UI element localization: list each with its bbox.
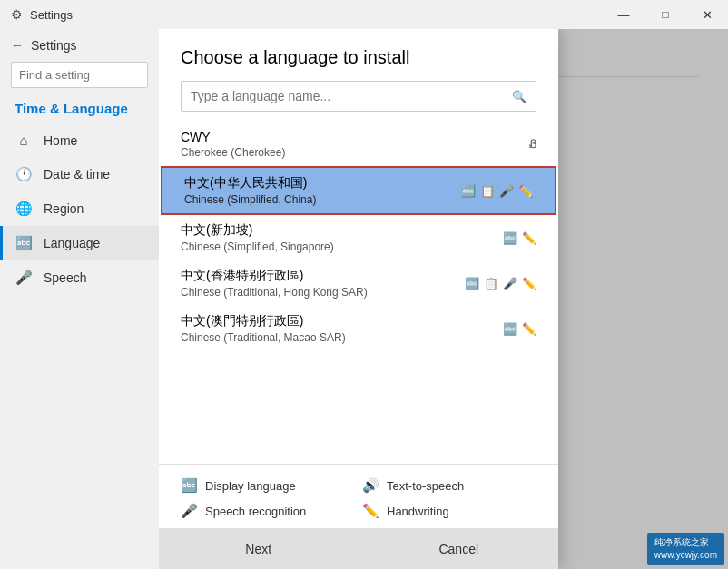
features-section: 🔤 Display language 🔊 Text-to-speech 🎤 Sp… — [159, 464, 558, 528]
sidebar-item-label-date-time: Date & time — [44, 167, 110, 181]
lang-subtitle-zhcn: Chinese (Simplified, China) — [184, 193, 316, 206]
feature-label-display: Display language — [205, 479, 296, 493]
close-button[interactable]: ✕ — [686, 0, 728, 29]
watermark-line1: 纯净系统之家 — [654, 536, 717, 549]
settings-app-icon: ⚙ — [11, 7, 23, 22]
cancel-button[interactable]: Cancel — [359, 529, 559, 569]
list-item[interactable]: 中文(中华人民共和国) Chinese (Simplified, China) … — [161, 166, 556, 215]
text-to-speech-icon: 🔊 — [362, 477, 379, 494]
lang-name-zhsg: 中文(新加坡) — [181, 222, 334, 239]
copy-icon: 📋 — [480, 184, 495, 198]
mic-icon: 🎤 — [499, 184, 514, 198]
lang-subtitle-zhmo: Chinese (Traditional, Macao SAR) — [181, 331, 346, 344]
home-icon: ⌂ — [15, 132, 33, 148]
feature-text-to-speech: 🔊 Text-to-speech — [362, 477, 536, 494]
dialog-search-container[interactable]: 🔍 — [181, 81, 536, 112]
list-item[interactable]: 中文(新加坡) Chinese (Simplified, Singapore) … — [159, 215, 558, 260]
language-icon: 🔤 — [15, 235, 33, 251]
sidebar-item-label-home: Home — [44, 133, 77, 148]
lang-subtitle-zhsg: Chinese (Simplified, Singapore) — [181, 240, 334, 253]
text-icon: 🔤 — [465, 277, 479, 290]
sidebar-item-label-region: Region — [44, 201, 84, 216]
display-language-icon: 🔤 — [181, 477, 198, 494]
search-icon: 🔍 — [512, 90, 526, 103]
minimize-button[interactable]: — — [603, 0, 644, 29]
sidebar-nav-item-speech[interactable]: 🎤 Speech — [0, 260, 159, 295]
watermark-line2: www.ycwjy.com — [654, 549, 717, 562]
feature-label-speech: Speech recognition — [205, 505, 306, 518]
text-icon: Ᏸ — [529, 137, 536, 152]
dialog: Choose a language to install 🔍 CWY Che — [159, 29, 558, 569]
dialog-buttons: Next Cancel — [159, 528, 558, 569]
sidebar-nav-item-region[interactable]: 🌐 Region — [0, 191, 159, 226]
lang-icons-zhmo: 🔤 ✏️ — [503, 322, 536, 336]
text-icon: 🔤 — [461, 184, 476, 198]
pen-icon: ✏️ — [522, 277, 536, 290]
sidebar-item-label-speech: Speech — [44, 270, 86, 285]
speech-recognition-icon: 🎤 — [181, 503, 198, 519]
lang-subtitle-zhhk: Chinese (Traditional, Hong Kong SAR) — [181, 286, 368, 299]
maximize-button[interactable]: □ — [644, 0, 686, 29]
lang-icons-zhhk: 🔤 📋 🎤 ✏️ — [465, 277, 536, 290]
feature-speech-recognition: 🎤 Speech recognition — [181, 503, 355, 519]
main-content: r will appear in this anguage in the lis… — [159, 29, 728, 569]
window-controls: — □ ✕ — [603, 0, 728, 29]
modal-overlay: Choose a language to install 🔍 CWY Che — [159, 29, 728, 569]
text-icon: 🔤 — [503, 231, 517, 245]
sidebar-nav-item-home[interactable]: ⌂ Home — [0, 123, 159, 157]
lang-name-zhmo: 中文(澳門特别行政區) — [181, 313, 346, 329]
lang-icons-cwy: Ᏸ — [529, 137, 536, 152]
back-icon: ← — [11, 38, 24, 53]
date-time-icon: 🕐 — [15, 166, 33, 182]
pen-icon: ✏️ — [518, 184, 533, 198]
dialog-title: Choose a language to install — [159, 29, 558, 81]
pen-icon: ✏️ — [522, 322, 536, 336]
next-button[interactable]: Next — [159, 529, 359, 569]
feature-label-handwriting: Handwriting — [387, 505, 449, 518]
lang-subtitle: Cherokee (Cherokee) — [181, 146, 285, 159]
mic-icon: 🎤 — [503, 277, 517, 290]
lang-icons-zhsg: 🔤 ✏️ — [503, 231, 536, 245]
watermark: 纯净系统之家 www.ycwjy.com — [647, 533, 724, 565]
lang-name-zhhk: 中文(香港特别行政區) — [181, 268, 368, 284]
sidebar-search-input[interactable] — [19, 63, 140, 87]
sidebar-item-label-language: Language — [44, 236, 100, 250]
sidebar-search-container[interactable] — [11, 62, 148, 88]
sidebar-section-label: Time & Language — [0, 95, 159, 123]
text-icon: 🔤 — [503, 322, 517, 336]
feature-label-tts: Text-to-speech — [387, 479, 464, 493]
list-item[interactable]: 中文(香港特别行政區) Chinese (Traditional, Hong K… — [159, 260, 558, 306]
dialog-search-input[interactable] — [191, 82, 512, 111]
list-item[interactable]: CWY Cherokee (Cherokee) Ᏸ — [159, 123, 558, 166]
speech-icon: 🎤 — [15, 270, 33, 286]
list-item[interactable]: 中文(澳門特别行政區) Chinese (Traditional, Macao … — [159, 306, 558, 351]
lang-code: CWY — [181, 130, 285, 144]
lang-name-zhcn: 中文(中华人民共和国) — [184, 175, 316, 191]
sidebar-nav-item-language[interactable]: 🔤 Language — [0, 226, 159, 260]
settings-label: Settings — [31, 38, 77, 53]
lang-icons-zhcn: 🔤 📋 🎤 ✏️ — [461, 184, 533, 198]
sidebar-back-row[interactable]: ← Settings — [0, 29, 159, 58]
copy-icon: 📋 — [484, 277, 498, 290]
window-title: Settings — [30, 8, 73, 22]
handwriting-icon: ✏️ — [362, 503, 379, 519]
sidebar: ← Settings Time & Language ⌂ Home 🕐 Date… — [0, 29, 159, 569]
region-icon: 🌐 — [15, 201, 33, 217]
sidebar-nav-item-date-time[interactable]: 🕐 Date & time — [0, 157, 159, 191]
feature-display-language: 🔤 Display language — [181, 477, 355, 494]
pen-icon: ✏️ — [522, 231, 536, 245]
feature-handwriting: ✏️ Handwriting — [362, 503, 536, 519]
window-title-bar: ⚙ Settings — [0, 7, 73, 22]
language-list: CWY Cherokee (Cherokee) Ᏸ 中文(中华人 — [159, 123, 558, 464]
